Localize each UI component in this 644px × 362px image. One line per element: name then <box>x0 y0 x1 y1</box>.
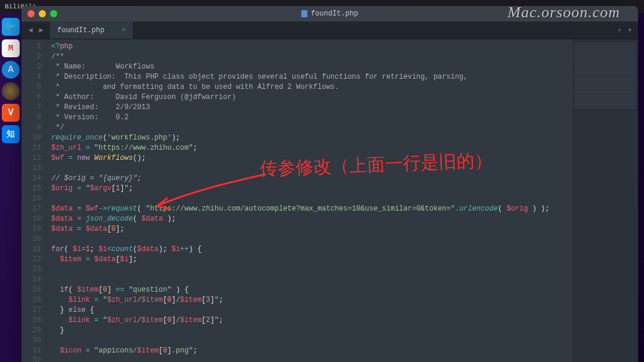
code-line[interactable]: * and formatting data to be used with Al… <box>51 82 572 92</box>
code-line[interactable] <box>51 356 572 362</box>
code-line[interactable]: <?php <box>51 42 572 52</box>
file-icon <box>301 10 307 17</box>
window-title-text: foundIt.php <box>311 10 358 18</box>
code-line[interactable]: } else { <box>51 305 572 315</box>
line-number: 32 <box>24 356 41 362</box>
line-number: 18 <box>24 214 41 224</box>
line-number: 21 <box>24 245 41 255</box>
dock: 🐦 M A V 知 <box>0 13 21 362</box>
line-number: 7 <box>24 103 41 113</box>
code-line[interactable] <box>51 163 572 174</box>
line-number: 3 <box>24 62 41 72</box>
line-number: 17 <box>24 204 41 214</box>
code-line[interactable] <box>51 275 572 285</box>
code-line[interactable]: $icon = "appicons/$item[0].png"; <box>51 346 572 356</box>
line-number: 8 <box>24 113 41 123</box>
code-line[interactable] <box>51 336 572 346</box>
code-line[interactable]: $data = json_decode( $data ); <box>51 214 572 224</box>
line-number: 28 <box>24 315 41 326</box>
code-line[interactable]: for( $i=1; $i<count($data); $i++) { <box>51 245 572 255</box>
line-number: 16 <box>24 194 41 204</box>
zoom-button[interactable] <box>50 10 57 17</box>
watermark-text: Mac.orsoon.com <box>507 4 620 21</box>
code-line[interactable]: $wf = new Workflows(); <box>51 153 572 163</box>
code-line[interactable] <box>51 265 572 275</box>
minimap[interactable] <box>572 39 638 362</box>
code-line[interactable]: * Revised: 2/9/2013 <box>51 103 572 113</box>
line-number: 10 <box>24 133 41 143</box>
line-number: 14 <box>24 174 41 184</box>
close-button[interactable] <box>27 10 35 17</box>
dock-v-icon[interactable]: V <box>2 104 20 122</box>
line-number: 1 <box>24 42 41 52</box>
nav-forward-icon[interactable]: ▶ <box>37 26 45 35</box>
new-tab-icon[interactable]: ＋ <box>616 25 623 35</box>
code-line[interactable]: * Description: This PHP class object pro… <box>51 72 572 82</box>
editor-body: 1234567891011121314151617181920212223242… <box>21 39 638 362</box>
dock-photo-icon[interactable] <box>2 82 20 100</box>
line-number: 5 <box>24 82 41 92</box>
line-number: 22 <box>24 255 41 265</box>
line-number: 26 <box>24 295 41 305</box>
line-number: 15 <box>24 184 41 194</box>
line-number: 13 <box>24 163 41 174</box>
line-number: 31 <box>24 346 41 356</box>
window-title: foundIt.php <box>301 10 358 18</box>
code-line[interactable]: } <box>51 326 572 336</box>
line-number: 24 <box>24 275 41 285</box>
code-line[interactable] <box>51 234 572 245</box>
traffic-lights <box>27 10 57 17</box>
line-number-gutter: 1234567891011121314151617181920212223242… <box>21 39 47 362</box>
code-line[interactable]: $data = $wf->request( "https://www.zhihu… <box>51 204 572 214</box>
line-number: 11 <box>24 143 41 153</box>
code-line[interactable]: * Name: Workflows <box>51 62 572 72</box>
line-number: 9 <box>24 123 41 133</box>
minimize-button[interactable] <box>39 10 46 17</box>
code-line[interactable]: $item = $data[$i]; <box>51 255 572 265</box>
code-line[interactable]: if( $item[0] == "question" ) { <box>51 285 572 295</box>
line-number: 25 <box>24 285 41 295</box>
code-line[interactable]: // $orig = "{query}"; <box>51 174 572 184</box>
line-number: 19 <box>24 224 41 234</box>
code-line[interactable]: $orig = "$argv[1]"; <box>51 184 572 194</box>
line-number: 29 <box>24 326 41 336</box>
tab-menu-icon[interactable]: ▾ <box>628 26 632 35</box>
code-line[interactable]: $data = $data[0]; <box>51 224 572 234</box>
dock-zhihu-icon[interactable]: 知 <box>2 125 20 143</box>
line-number: 12 <box>24 153 41 163</box>
code-area[interactable]: <?php/** * Name: Workflows * Description… <box>47 39 572 362</box>
code-line[interactable]: */ <box>51 123 572 133</box>
line-number: 4 <box>24 72 41 82</box>
code-line[interactable]: * Version: 0.2 <box>51 113 572 123</box>
line-number: 20 <box>24 234 41 245</box>
line-number: 2 <box>24 52 41 62</box>
tab-bar: ◀ ▶ foundIt.php × ＋ ▾ <box>21 21 638 39</box>
tab-nav-arrows: ◀ ▶ <box>21 21 50 39</box>
code-line[interactable] <box>51 194 572 204</box>
tab-label: foundIt.php <box>57 26 104 35</box>
dock-appstore-icon[interactable]: A <box>2 61 20 79</box>
tab-close-icon[interactable]: × <box>122 26 126 35</box>
code-line[interactable]: $zh_url = "https://www.zhihu.com"; <box>51 143 572 153</box>
minimap-content <box>575 43 636 109</box>
line-number: 6 <box>24 92 41 103</box>
dock-twitter-icon[interactable]: 🐦 <box>2 18 20 36</box>
code-line[interactable]: * Author: David Ferguson (@jdfwarrior) <box>51 92 572 103</box>
code-line[interactable]: require_once('workflows.php'); <box>51 133 572 143</box>
nav-back-icon[interactable]: ◀ <box>26 26 35 35</box>
code-line[interactable]: $link = "$zh_url/$item[0]/$item[2]"; <box>51 315 572 326</box>
line-number: 23 <box>24 265 41 275</box>
tab-foundit[interactable]: foundIt.php × <box>50 21 134 39</box>
code-line[interactable]: /** <box>51 52 572 62</box>
dock-gmail-icon[interactable]: M <box>2 39 20 57</box>
line-number: 27 <box>24 305 41 315</box>
editor-window: foundIt.php ◀ ▶ foundIt.php × ＋ ▾ 123456… <box>21 6 638 362</box>
code-line[interactable]: $link = "$zh_url/$item[0]/$item[3]"; <box>51 295 572 305</box>
line-number: 30 <box>24 336 41 346</box>
